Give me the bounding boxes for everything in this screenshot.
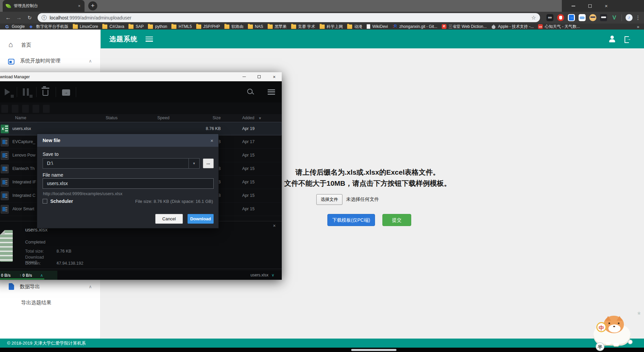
column-size[interactable]: Size (199, 116, 221, 120)
vue-devtools-icon[interactable]: V (611, 14, 618, 21)
bookmark-star-icon[interactable]: ☆ (531, 14, 536, 21)
download-button[interactable]: Download (187, 214, 214, 224)
bookmark-item[interactable]: 三省堂 Web Diction... (442, 24, 487, 30)
download-row[interactable]: users.xlsx 8.76 KB Apr 19 (0, 122, 282, 135)
sidebar-item[interactable]: 数据导出 ∧ (0, 278, 101, 295)
bookmark-item[interactable]: WikiDevi (367, 24, 388, 29)
music-extension-icon[interactable]: ♪ (626, 14, 633, 21)
dialog-close-icon[interactable]: × (210, 138, 213, 143)
bookmark-item[interactable]: 数字化平台手机版 (29, 24, 68, 30)
ninja-extension-icon[interactable] (600, 14, 607, 21)
dm-tab[interactable] (43, 105, 50, 113)
dm-tab[interactable] (1, 105, 8, 113)
bookmark-item[interactable]: LinuxCore (73, 24, 98, 29)
cloud-extension-icon[interactable] (579, 14, 586, 21)
window-close-button[interactable]: × (599, 0, 614, 12)
toolbar-divider (56, 87, 56, 97)
extension-oo-icon[interactable]: oo (546, 14, 553, 21)
forward-icon[interactable]: → (16, 14, 22, 21)
download-size: 8.76 KB (179, 126, 221, 131)
download-added: Apr 15 (242, 166, 255, 171)
dm-maximize-button[interactable] (252, 72, 267, 81)
reload-icon[interactable]: ↻ (28, 14, 32, 21)
bookmark-item[interactable]: Google (5, 24, 25, 29)
submit-button[interactable]: 提交 (382, 214, 411, 226)
pause-icon[interactable] (23, 88, 29, 96)
address-bar[interactable]: i localhost:9999/admin/adminuploaduser ☆ (38, 13, 540, 22)
delete-icon[interactable] (43, 90, 48, 96)
hamburger-icon[interactable] (146, 37, 153, 42)
bookmark-item[interactable]: zhonganxin.git - Git... (392, 24, 437, 29)
chevron-up-icon[interactable]: ∧ (89, 284, 92, 289)
back-icon[interactable]: ← (5, 14, 11, 21)
bookmarks-overflow-chevron[interactable]: » (637, 24, 639, 29)
bookmark-item[interactable]: JSP/PHP (196, 24, 220, 29)
page-info-icon[interactable]: i (42, 15, 47, 20)
logout-icon[interactable] (625, 36, 631, 42)
column-added[interactable]: Added (242, 116, 254, 120)
bookmark-item[interactable]: 科学上网 (320, 24, 343, 30)
bookmark-item[interactable]: 软路由 (224, 24, 244, 30)
bookmark-item[interactable]: 黑苹果 (268, 24, 287, 30)
search-icon[interactable] (247, 89, 254, 95)
dm-menu-icon[interactable] (268, 89, 275, 95)
download-speed-total: 0 B/s (1, 273, 11, 278)
bookmark-item[interactable]: python (148, 24, 167, 29)
column-name[interactable]: Name (15, 116, 26, 120)
bookmark-item[interactable]: Apple - 技术支持 -... (491, 24, 534, 30)
browser-menu-icon[interactable]: ⋮ (635, 14, 641, 21)
dm-close-button[interactable]: × (267, 72, 282, 81)
window-maximize-button[interactable] (582, 0, 597, 12)
dm-titlebar[interactable]: wnload Manager × (0, 72, 282, 81)
bookmark-item[interactable]: NAS (248, 24, 263, 29)
column-status[interactable]: Status (106, 116, 117, 120)
bookmark-item[interactable]: C#/Java (102, 24, 124, 29)
chevron-up-icon[interactable]: ∧ (89, 58, 92, 63)
bookmark-item[interactable]: 竞赛 学术 (291, 24, 315, 30)
dropdown-arrow-icon[interactable]: ▾ (189, 159, 199, 168)
avatar-extension-icon[interactable] (589, 14, 596, 21)
chevron-up-icon[interactable]: ∧ (40, 273, 43, 278)
current-file-summary[interactable]: users.xlsx ∨ (251, 273, 274, 277)
bookmark-item[interactable]: 心知天气 - 天气数... (538, 24, 580, 30)
bookmark-item[interactable]: HTML5 (171, 24, 192, 29)
bookmark-item[interactable]: 动漫 (347, 24, 362, 30)
dm-tab[interactable] (22, 105, 29, 113)
sidebar-item[interactable]: 系统开放时间管理 ∧ (0, 53, 101, 69)
user-icon[interactable] (608, 36, 616, 42)
file-type-icon (1, 191, 9, 200)
new-tab-button[interactable]: + (88, 1, 97, 10)
browser-tab[interactable]: 管理员控制台 × (3, 0, 85, 12)
sidebar-item-label: 首页 (21, 42, 92, 48)
bookmark-item[interactable]: SAP (128, 24, 144, 29)
dialog-header[interactable]: New file × (37, 134, 218, 147)
resume-icon[interactable] (5, 89, 10, 95)
badge-ban: 半 (596, 342, 604, 351)
scheduler-checkbox[interactable] (43, 199, 47, 204)
download-template-button[interactable]: 下载模板(仅PC端) (327, 214, 375, 226)
download-name: Alcor Smart (12, 207, 34, 211)
snowflake-icon: * (637, 310, 641, 320)
browse-button[interactable]: ... (203, 159, 214, 168)
tab-close-icon[interactable]: × (77, 3, 81, 8)
chevron-down-icon[interactable]: ∨ (271, 273, 274, 277)
window-minimize-button[interactable] (566, 0, 581, 12)
bookmark-label: NAS (255, 24, 263, 29)
doc-share-extension-icon[interactable] (568, 14, 575, 21)
cancel-button[interactable]: Cancel (155, 214, 183, 224)
sidebar-item[interactable]: 首页 (0, 37, 101, 53)
column-speed[interactable]: Speed (157, 116, 169, 120)
details-field-value: 8.76 KB (56, 249, 71, 254)
file-name-input[interactable]: users.xlsx (43, 178, 214, 189)
download-name: Lenovo Pow (12, 153, 36, 158)
save-path-dropdown[interactable]: D:\ ▾ (43, 158, 200, 169)
adblock-hand-icon[interactable] (557, 14, 564, 21)
bookmark-label: Google (12, 24, 25, 29)
open-folder-icon[interactable]: → (62, 89, 70, 96)
choose-file-button[interactable]: 选择文件 (316, 194, 342, 205)
dm-minimize-button[interactable] (236, 72, 252, 81)
dm-tab[interactable] (33, 105, 39, 113)
details-close-icon[interactable]: × (273, 223, 276, 228)
sidebar-item[interactable]: 导出选题结果 (0, 295, 101, 311)
dm-tab[interactable] (12, 105, 18, 113)
